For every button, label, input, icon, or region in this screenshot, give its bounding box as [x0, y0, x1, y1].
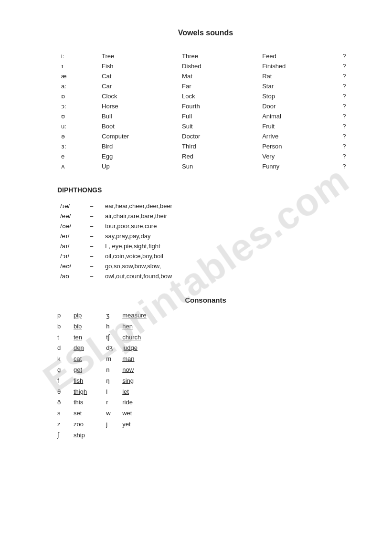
vowel-word3: Stop [259, 92, 339, 101]
diphthong-symbol: /eə/ [58, 211, 87, 221]
consonant-symbol: n [106, 365, 117, 375]
vowel-row: æ Cat Mat Rat ? [58, 72, 353, 81]
consonant-symbol: j [106, 420, 117, 430]
diphthong-words: say,pray,pay,day [103, 232, 353, 241]
vowel-symbol: ɪ [58, 62, 98, 71]
consonant-word: hen [122, 322, 133, 332]
vowel-row: ʌ Up Sun Funny ? [58, 162, 353, 171]
vowel-row: e Egg Red Very ? [58, 152, 353, 161]
consonant-word: measure [122, 311, 147, 321]
consonant-symbol: θ [57, 387, 69, 397]
diphthong-words: ear,hear,cheer,deer,beer [103, 201, 353, 211]
vowel-word3: Rat [259, 72, 339, 81]
vowel-word2: Doctor [179, 132, 258, 141]
vowel-word2: Fourth [179, 102, 258, 111]
vowel-row: ɪ Fish Dished Finished ? [58, 62, 353, 71]
vowel-row: ɒ Clock Lock Stop ? [58, 92, 353, 101]
vowel-word2: Three [179, 52, 258, 61]
vowel-word1: Car [99, 82, 178, 91]
vowel-word2: Far [179, 82, 258, 91]
consonant-row: p pip [57, 311, 87, 321]
vowel-word1: Clock [99, 92, 178, 101]
consonant-word: pip [74, 311, 82, 321]
consonant-word: ride [122, 398, 133, 408]
diphthong-dash: – [88, 232, 102, 241]
diphthong-words: go,so,sow,bow,slow, [103, 262, 353, 271]
consonant-word: thigh [74, 387, 87, 397]
vowel-word3: Funny [259, 162, 339, 171]
diphthong-symbol: /ʊə/ [58, 221, 87, 231]
vowel-word2: Lock [179, 92, 258, 101]
consonant-symbol: p [57, 311, 69, 321]
diphthong-dash: – [88, 272, 102, 281]
diphthong-dash: – [88, 211, 102, 221]
diphthong-row: /aɪ/ – I , eye,pie,sight,fight [58, 242, 353, 251]
vowel-symbol: a: [58, 82, 98, 91]
consonant-symbol: d [57, 343, 69, 353]
vowel-word1: Fish [99, 62, 178, 71]
consonant-row: s set [57, 409, 87, 419]
vowel-word1: Horse [99, 102, 178, 111]
consonant-row: k cat [57, 354, 87, 364]
diphthong-dash: – [88, 252, 102, 261]
diphthong-symbol: /eɪ/ [58, 232, 87, 241]
vowel-word1: Bull [99, 112, 178, 121]
consonants-right-col: ʒ measure h hen tʃ church dʒ judge m man… [106, 311, 147, 441]
diphthong-row: /eɪ/ – say,pray,pay,day [58, 232, 353, 241]
diphthong-symbol: /aɪ/ [58, 242, 87, 251]
consonant-word: judge [122, 343, 138, 353]
diphthong-dash: – [88, 221, 102, 231]
vowel-word1: Up [99, 162, 178, 171]
vowel-symbol: ə [58, 132, 98, 141]
vowel-word3: Animal [259, 112, 339, 121]
consonant-word: yet [122, 420, 130, 430]
consonant-row: ʃ ship [57, 431, 87, 441]
vowel-symbol: u: [58, 122, 98, 131]
vowel-symbol: ʌ [58, 162, 98, 171]
consonant-symbol: b [57, 322, 69, 332]
diphthong-words: oil,coin,voice,boy,boil [103, 252, 353, 261]
diphthong-symbol: /ɔɪ/ [58, 252, 87, 261]
consonant-row: z zoo [57, 420, 87, 430]
consonant-word: sing [122, 376, 134, 386]
diphthong-symbol: /əʊ/ [58, 262, 87, 271]
diphthong-dash: – [88, 262, 102, 271]
vowel-question: ? [339, 82, 353, 91]
consonant-symbol: ð [57, 398, 69, 408]
vowel-question: ? [339, 62, 353, 71]
diphthong-row: /ɪə/ – ear,hear,cheer,deer,beer [58, 201, 353, 211]
vowel-word3: Feed [259, 52, 339, 61]
vowel-word1: Egg [99, 152, 178, 161]
diphthong-row: /aʊ – owl,out,count,found,bow [58, 272, 353, 281]
vowel-row: ɜ: Bird Third Person ? [58, 142, 353, 151]
consonant-row: dʒ judge [106, 343, 147, 353]
vowels-table: i: Tree Three Feed ? ɪ Fish Dished Finis… [57, 51, 354, 172]
consonant-word: zoo [74, 420, 84, 430]
vowel-question: ? [339, 52, 353, 61]
page-title: Vowels sounds [57, 29, 354, 37]
consonant-word: cat [74, 354, 82, 364]
consonant-row: θ thigh [57, 387, 87, 397]
vowel-word2: Third [179, 142, 258, 151]
consonant-row: b bib [57, 322, 87, 332]
vowel-row: ə Computer Doctor Arrive ? [58, 132, 353, 141]
consonant-symbol: tʃ [106, 333, 117, 343]
consonant-symbol: ʃ [57, 431, 69, 441]
vowel-word2: Dished [179, 62, 258, 71]
vowel-symbol: i: [58, 52, 98, 61]
vowel-row: a: Car Far Star ? [58, 82, 353, 91]
consonant-symbol: f [57, 376, 69, 386]
consonant-symbol: w [106, 409, 117, 419]
consonant-row: j yet [106, 420, 147, 430]
vowel-symbol: ɜ: [58, 142, 98, 151]
consonant-row: d den [57, 343, 87, 353]
vowel-question: ? [339, 162, 353, 171]
consonant-word: set [74, 409, 82, 419]
consonant-row: f fish [57, 376, 87, 386]
vowel-word1: Tree [99, 52, 178, 61]
consonant-row: r ride [106, 398, 147, 408]
consonant-symbol: r [106, 398, 117, 408]
vowel-word3: Arrive [259, 132, 339, 141]
consonant-word: get [74, 365, 82, 375]
consonant-word: let [122, 387, 129, 397]
